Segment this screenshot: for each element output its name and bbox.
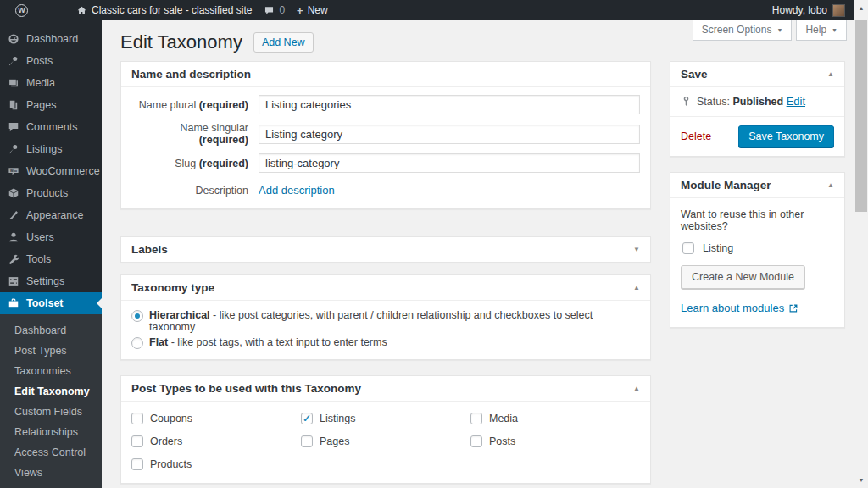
coupons-checkbox[interactable]: [131, 413, 143, 424]
name-plural-label: Name plural (required): [131, 99, 259, 111]
collapse-up-icon[interactable]: ▲: [827, 70, 834, 78]
submenu-custom-fields[interactable]: Custom Fields: [0, 402, 102, 422]
name-description-header[interactable]: Name and description: [121, 62, 650, 87]
panel-title: Post Types to be used with this Taxonomy: [131, 382, 361, 395]
post-types-header[interactable]: Post Types to be used with this Taxonomy…: [121, 376, 650, 402]
status-row: Status: Published Edit: [670, 87, 844, 117]
panel-title: Name and description: [131, 68, 251, 80]
labels-panel: Labels ▼: [120, 236, 651, 263]
learn-about-modules-link[interactable]: Learn about modules: [681, 302, 784, 314]
sidebar-item-dashboard[interactable]: Dashboard: [0, 28, 102, 50]
save-header[interactable]: Save ▲: [670, 62, 844, 87]
wordpress-logo-icon[interactable]: W: [15, 4, 28, 17]
hierarchical-radio[interactable]: [131, 310, 143, 322]
new-label: New: [308, 4, 328, 16]
add-new-button[interactable]: Add New: [253, 32, 314, 53]
main-content: Screen Options ▼ Help ▼ Edit Taxonomy Ad…: [102, 20, 854, 488]
panel-title: Module Manager: [681, 179, 771, 191]
edit-status-link[interactable]: Edit: [787, 95, 805, 108]
name-plural-input[interactable]: [259, 95, 640, 114]
comments-adminbar-link[interactable]: 0: [258, 0, 291, 20]
media-checkbox[interactable]: [470, 413, 482, 424]
submenu-views[interactable]: Views: [0, 463, 102, 483]
home-icon: [76, 5, 87, 16]
screen-options-button[interactable]: Screen Options ▼: [693, 20, 793, 41]
labels-header[interactable]: Labels ▼: [121, 237, 650, 262]
sidebar-item-media[interactable]: Media: [0, 72, 102, 94]
help-button[interactable]: Help ▼: [796, 20, 847, 41]
submenu-edit-taxonomy[interactable]: Edit Taxonomy: [0, 381, 102, 402]
toolset-briefcase-icon: [8, 297, 19, 309]
save-taxonomy-button[interactable]: Save Taxonomy: [738, 125, 834, 147]
pages-checkbox[interactable]: [301, 435, 313, 447]
submenu-access-control[interactable]: Access Control: [0, 442, 102, 463]
posttype-coupons: Coupons: [131, 413, 301, 424]
collapse-up-icon[interactable]: ▲: [827, 181, 834, 189]
name-singular-row: Name singular (required): [131, 122, 640, 146]
orders-checkbox[interactable]: [131, 435, 143, 447]
sidebar-item-toolset[interactable]: Toolset: [0, 292, 102, 314]
collapse-up-icon[interactable]: ▲: [633, 385, 640, 392]
products-checkbox[interactable]: [131, 458, 143, 470]
help-label: Help: [805, 24, 826, 36]
sidebar-item-users[interactable]: Users: [0, 226, 102, 248]
collapse-up-icon[interactable]: ▲: [633, 284, 640, 291]
sidebar-item-comments[interactable]: Comments: [0, 116, 102, 138]
collapse-down-icon[interactable]: ▼: [633, 246, 640, 253]
posttype-listings: ✓ Listings: [301, 413, 470, 424]
taxonomy-type-header[interactable]: Taxonomy type ▲: [121, 275, 650, 301]
sidebar-label: Media: [26, 77, 55, 89]
create-module-button[interactable]: Create a New Module: [681, 265, 805, 289]
panel-title: Labels: [131, 243, 168, 256]
new-content-button[interactable]: + New: [291, 0, 334, 20]
page-title: Edit Taxonomy: [120, 31, 242, 53]
posttype-media: Media: [470, 413, 640, 424]
submenu-relationships[interactable]: Relationships: [0, 422, 102, 442]
submenu-post-types[interactable]: Post Types: [0, 341, 102, 361]
status-pin-icon: [681, 96, 692, 107]
site-name-link[interactable]: Classic cars for sale - classified site: [70, 0, 258, 20]
sidebar-item-tools[interactable]: Tools: [0, 248, 102, 270]
scrollbar-up-arrow[interactable]: ▲: [854, 5, 868, 11]
comments-count: 0: [279, 4, 285, 16]
module-listing-checkbox[interactable]: [682, 242, 694, 254]
flat-radio[interactable]: [131, 337, 143, 349]
check-icon: ✓: [303, 413, 311, 424]
media-icon: [8, 77, 19, 89]
delete-link[interactable]: Delete: [681, 130, 711, 142]
slug-row: Slug (required): [131, 153, 640, 173]
sidebar-item-posts[interactable]: Posts: [0, 50, 102, 72]
sidebar-item-listings[interactable]: Listings: [0, 138, 102, 160]
posts-checkbox[interactable]: [470, 435, 482, 447]
sidebar-item-settings[interactable]: Settings: [0, 270, 102, 292]
user-avatar: [832, 4, 845, 17]
external-link-icon: [788, 303, 798, 313]
flat-option: Flat - like post tags, with a text input…: [121, 335, 650, 351]
name-singular-input[interactable]: [259, 125, 640, 144]
slug-label: Slug (required): [131, 158, 259, 169]
submenu-dashboard[interactable]: Dashboard: [0, 320, 102, 341]
add-description-link[interactable]: Add description: [259, 184, 335, 197]
sidebar-label: Toolset: [26, 297, 64, 309]
scrollbar-thumb[interactable]: [855, 20, 867, 212]
sidebar-item-pages[interactable]: Pages: [0, 94, 102, 116]
name-singular-label: Name singular (required): [131, 122, 259, 146]
name-description-panel: Name and description Name plural (requir…: [120, 61, 651, 209]
sidebar-item-woocommerce[interactable]: Woo WooCommerce: [0, 160, 102, 182]
window-scrollbar[interactable]: ▲ ▼: [854, 0, 868, 488]
user-icon: [8, 231, 19, 243]
module-manager-panel: Module Manager ▲ Want to reuse this in o…: [670, 172, 845, 328]
account-menu[interactable]: Howdy, lobo: [772, 4, 854, 17]
posttype-orders: Orders: [131, 435, 301, 447]
submenu-taxonomies[interactable]: Taxonomies: [0, 361, 102, 381]
brush-icon: [8, 209, 19, 221]
pin-icon: [8, 143, 19, 155]
sidebar-item-products[interactable]: Products: [0, 182, 102, 204]
slug-input[interactable]: [259, 153, 640, 173]
listings-checkbox[interactable]: ✓: [301, 413, 313, 424]
scrollbar-down-arrow[interactable]: ▼: [854, 477, 868, 483]
comments-icon: [8, 121, 19, 133]
taxonomy-type-panel: Taxonomy type ▲ Hierarchical - like post…: [120, 274, 651, 360]
module-manager-header[interactable]: Module Manager ▲: [670, 173, 844, 198]
sidebar-item-appearance[interactable]: Appearance: [0, 204, 102, 226]
